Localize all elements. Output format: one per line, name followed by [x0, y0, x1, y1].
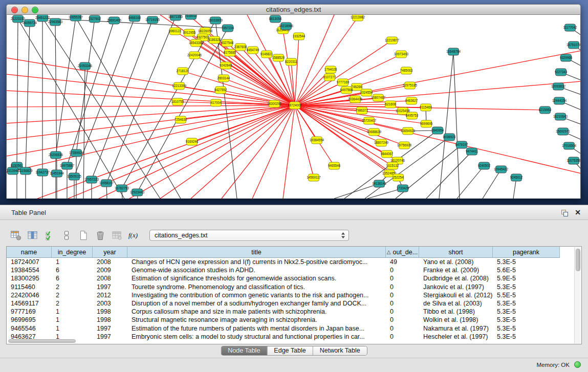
network-graph[interactable]: 1872400718300295896012289129551822605893…: [7, 15, 581, 199]
graph-node[interactable]: 7857224: [222, 25, 234, 32]
graph-node[interactable]: 12923443: [130, 189, 145, 196]
table-cell[interactable]: Franke et al. (2009): [419, 266, 493, 274]
table-cell[interactable]: Yano et al. (2008): [419, 258, 493, 266]
table-cell[interactable]: 5.3E-5: [493, 258, 560, 266]
graph-node[interactable]: 8215953: [539, 106, 552, 114]
graph-node[interactable]: 22420046: [187, 52, 202, 59]
table-cell[interactable]: Changes of HCN gene expression and I(f) …: [127, 258, 386, 266]
graph-edge[interactable]: [99, 105, 295, 199]
graph-node[interactable]: 9474411: [466, 148, 478, 155]
close-window-button[interactable]: [11, 7, 18, 13]
table-cell[interactable]: 1997: [93, 333, 127, 341]
graph-node[interactable]: 12093832: [551, 83, 566, 90]
graph-node[interactable]: 18807249: [374, 139, 389, 146]
column-header-title[interactable]: title: [127, 247, 386, 258]
graph-node[interactable]: 24055724: [23, 19, 37, 27]
table-cell[interactable]: Nakamura et al. (1997): [419, 324, 493, 333]
table-cell[interactable]: 5.5E-5: [493, 291, 560, 299]
create-table-button[interactable]: [77, 229, 90, 242]
graph-node[interactable]: 17957223: [84, 176, 99, 183]
graph-node[interactable]: 2718120: [177, 68, 189, 75]
table-cell[interactable]: 1: [52, 316, 93, 324]
graph-node[interactable]: 1840954: [431, 127, 444, 134]
table-cell[interactable]: 9115460: [7, 283, 52, 291]
graph-node[interactable]: 8186328: [208, 36, 221, 43]
graph-node[interactable]: 746266: [351, 83, 362, 91]
graph-node[interactable]: 7986372: [356, 107, 368, 114]
table-cell[interactable]: Estimation of the future numbers of pati…: [127, 324, 386, 333]
graph-node[interactable]: 9463627: [405, 97, 418, 104]
table-cell[interactable]: Disruption of a novel member of a sodium…: [127, 299, 386, 308]
graph-node[interactable]: 19756928: [397, 142, 412, 149]
graph-edge[interactable]: [252, 105, 295, 199]
table-cell[interactable]: 19384554: [7, 266, 52, 274]
table-cell[interactable]: 5.9E-5: [493, 274, 560, 282]
graph-edge[interactable]: [191, 105, 295, 199]
function-builder-button[interactable]: f(x): [127, 229, 141, 242]
table-cell[interactable]: Tibbo et al. (1998): [419, 308, 493, 316]
table-row[interactable]: 1456911722003Disruption of a novel membe…: [7, 299, 581, 308]
column-header-name[interactable]: name: [7, 247, 52, 258]
graph-node[interactable]: 10807487: [371, 94, 386, 101]
graph-edge[interactable]: [483, 169, 501, 199]
table-row[interactable]: 911546021997Tourette syndrome. Phenomeno…: [7, 283, 581, 291]
graph-edge[interactable]: [76, 17, 181, 199]
graph-node[interactable]: 8454749: [247, 47, 259, 54]
graph-node[interactable]: 17359924: [69, 149, 84, 157]
table-cell[interactable]: 5.3E-5: [493, 324, 560, 333]
graph-node[interactable]: 9227343: [555, 69, 568, 76]
graph-node[interactable]: 9146821: [260, 51, 273, 58]
table-cell[interactable]: Investigating the contribution of common…: [127, 291, 386, 299]
table-cell[interactable]: 1: [52, 258, 93, 266]
table-cell[interactable]: Embryonic stem cells: a model to study s…: [127, 333, 386, 341]
graph-edge[interactable]: [129, 105, 295, 199]
graph-node[interactable]: 6479197: [455, 141, 468, 148]
table-row[interactable]: 946362711997Embryonic stem cells: a mode…: [7, 333, 581, 341]
graph-node[interactable]: 7254630: [175, 116, 187, 123]
graph-node[interactable]: 13505115: [67, 173, 81, 180]
table-cell[interactable]: 5.3E-5: [493, 333, 560, 341]
table-cell[interactable]: 18724007: [7, 258, 52, 266]
graph-node[interactable]: 14136141: [372, 180, 387, 187]
table-cell[interactable]: Hescheler et al. (1997): [419, 333, 493, 341]
toggle-rows-button[interactable]: [60, 229, 73, 242]
graph-node[interactable]: 16782753: [115, 185, 129, 192]
close-panel-button[interactable]: ✕: [575, 208, 581, 216]
column-header-out_de[interactable]: △out_de...: [386, 247, 419, 258]
horizontal-scrollbar-thumb[interactable]: [8, 339, 76, 343]
graph-node[interactable]: 9329966: [560, 54, 573, 61]
graph-node[interactable]: 1527602: [89, 15, 101, 23]
table-cell[interactable]: 2009: [93, 266, 127, 274]
table-row[interactable]: 1872400712008Changes of HCN gene express…: [7, 258, 581, 266]
table-cell[interactable]: Dudbridge et al. (2008): [419, 274, 493, 282]
table-cell[interactable]: 6: [52, 274, 93, 282]
table-cell[interactable]: Genome-wide association studies in ADHD.: [127, 266, 386, 274]
column-header-year[interactable]: year: [93, 247, 127, 258]
graph-edge[interactable]: [334, 184, 379, 199]
graph-edge[interactable]: [7, 105, 295, 140]
graph-node[interactable]: 16033809: [208, 17, 223, 24]
table-row[interactable]: 1830029562008Estimation of significance …: [7, 274, 581, 282]
graph-node[interactable]: 11451944: [50, 170, 64, 177]
graph-node[interactable]: 9699695: [420, 120, 433, 127]
table-cell[interactable]: 0: [386, 299, 419, 308]
graph-node[interactable]: 8466160: [128, 15, 141, 21]
table-cell[interactable]: de Silva et al. (2003): [419, 299, 493, 308]
graph-node[interactable]: 417004: [210, 99, 222, 106]
graph-node[interactable]: 8495753: [406, 112, 419, 119]
table-cell[interactable]: 1997: [93, 283, 127, 291]
table-cell[interactable]: 1998: [93, 308, 127, 316]
graph-node[interactable]: 7485063: [400, 67, 413, 74]
graph-edge[interactable]: [7, 105, 295, 172]
table-cell[interactable]: 6: [52, 266, 93, 274]
graph-edge[interactable]: [17, 19, 18, 166]
graph-node[interactable]: 10945422: [494, 166, 509, 173]
graph-node[interactable]: 21053346: [78, 62, 93, 70]
graph-node[interactable]: 19975887: [60, 162, 75, 169]
graph-node[interactable]: 1733426: [397, 185, 409, 192]
graph-node[interactable]: 8175685: [224, 49, 236, 56]
graph-node[interactable]: 19384554: [310, 137, 324, 144]
graph-node[interactable]: 15751074: [567, 41, 581, 49]
graph-edge[interactable]: [92, 20, 153, 180]
graph-node[interactable]: 10973493: [394, 51, 409, 58]
